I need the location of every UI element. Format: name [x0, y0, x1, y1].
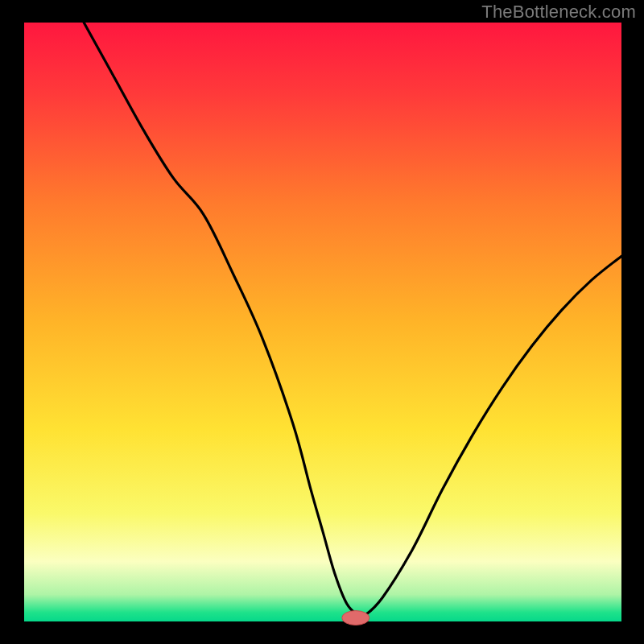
watermark-text: TheBottleneck.com: [481, 2, 636, 23]
bottleneck-chart: [0, 0, 644, 644]
chart-frame: TheBottleneck.com: [0, 0, 644, 644]
minimum-marker: [342, 611, 369, 625]
